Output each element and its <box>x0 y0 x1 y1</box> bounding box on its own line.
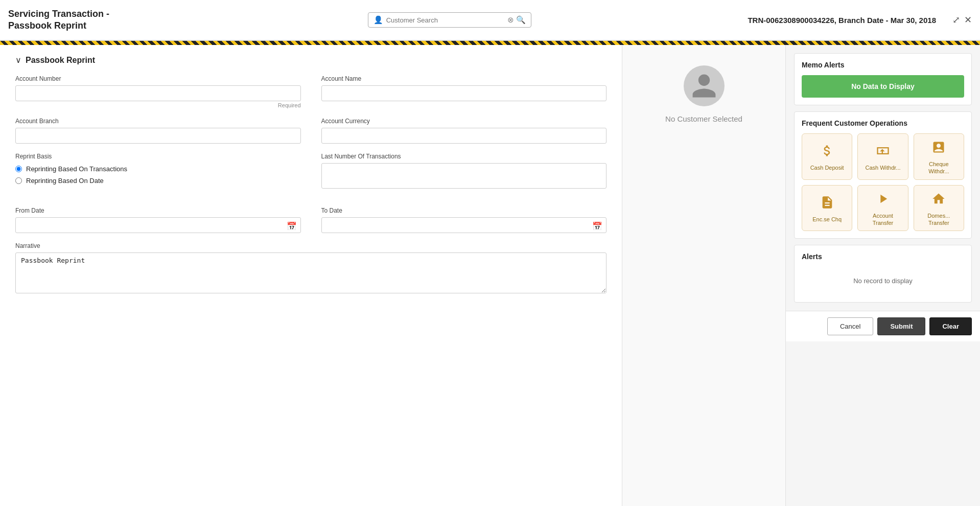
alerts-title: Alerts <box>802 252 964 261</box>
to-date-group: To Date 📅 <box>321 207 607 233</box>
section-header: ∨ Passbook Reprint <box>15 55 606 65</box>
last-transactions-group: Last Number Of Transactions <box>321 153 607 198</box>
radio-date-label: Reprinting Based On Date <box>26 177 104 185</box>
to-date-calendar-icon[interactable]: 📅 <box>592 221 602 231</box>
row-account-info: Account Number Required Account Name <box>15 75 606 108</box>
domestic-transfer-label: Domes... Transfer <box>918 212 960 227</box>
customer-panel: No Customer Selected <box>622 45 786 506</box>
no-customer-label: No Customer Selected <box>665 114 742 123</box>
reprint-basis-section: Reprint Basis Reprinting Based On Transa… <box>15 153 301 189</box>
resize-icon[interactable]: ⤢ <box>952 14 960 26</box>
freq-ops-section: Frequent Customer Operations Cash Deposi… <box>794 111 972 239</box>
account-branch-input[interactable] <box>15 128 301 144</box>
section-title: Passbook Reprint <box>26 56 95 65</box>
window-controls: ⤢ ✕ <box>952 14 972 26</box>
title-section: Servicing Transaction - Passbook Reprint <box>8 8 151 32</box>
memo-alerts-section: Memo Alerts No Data to Display <box>794 53 972 105</box>
cancel-button[interactable]: Cancel <box>827 317 873 335</box>
account-number-label: Account Number <box>15 75 301 82</box>
footer-buttons: Cancel Submit Clear <box>786 311 980 341</box>
account-name-label: Account Name <box>321 75 607 82</box>
op-card-account-transfer[interactable]: Account Transfer <box>857 185 908 232</box>
encash-chq-label: Enc.se Chq <box>812 216 842 223</box>
clear-button[interactable]: Clear <box>929 317 972 335</box>
cash-withdraw-icon <box>876 144 890 161</box>
alerts-section: Alerts No record to display <box>794 245 972 303</box>
op-card-encash-chq[interactable]: Enc.se Chq <box>802 185 852 232</box>
op-card-cash-withdraw[interactable]: Cash Withdr... <box>857 133 908 180</box>
right-sidebar: Memo Alerts No Data to Display Frequent … <box>786 45 980 311</box>
account-number-group: Account Number Required <box>15 75 301 108</box>
cash-deposit-label: Cash Deposit <box>810 164 844 171</box>
cheque-withdraw-label: Cheque Withdr... <box>918 160 960 175</box>
account-currency-label: Account Currency <box>321 118 607 125</box>
stripe-band <box>0 41 980 45</box>
cheque-withdraw-icon <box>931 140 946 157</box>
search-section: 👤 ⊗ 🔍 <box>151 12 748 28</box>
domestic-transfer-icon <box>931 192 946 209</box>
account-branch-group: Account Branch <box>15 118 301 144</box>
account-transfer-icon <box>876 192 890 209</box>
search-icon[interactable]: 🔍 <box>516 15 526 25</box>
page-title: Servicing Transaction - Passbook Reprint <box>8 8 151 32</box>
sidebar-and-footer: Memo Alerts No Data to Display Frequent … <box>786 45 980 506</box>
narrative-input[interactable]: Passbook Reprint <box>15 252 606 293</box>
main-container: ∨ Passbook Reprint Account Number Requir… <box>0 45 980 506</box>
from-date-group: From Date 📅 <box>15 207 301 233</box>
avatar <box>684 65 725 106</box>
from-date-label: From Date <box>15 207 301 214</box>
person-icon: 👤 <box>374 15 383 25</box>
close-icon[interactable]: ✕ <box>964 14 972 26</box>
account-currency-group: Account Currency <box>321 118 607 144</box>
submit-button[interactable]: Submit <box>877 317 925 335</box>
cash-withdraw-label: Cash Withdr... <box>865 164 900 171</box>
customer-search-box[interactable]: 👤 ⊗ 🔍 <box>368 12 531 28</box>
account-name-group: Account Name <box>321 75 607 108</box>
customer-search-input[interactable] <box>386 16 505 24</box>
op-card-cheque-withdraw[interactable]: Cheque Withdr... <box>914 133 964 180</box>
row-dates: From Date 📅 To Date 📅 <box>15 207 606 233</box>
collapse-chevron[interactable]: ∨ <box>15 55 21 65</box>
form-area: ∨ Passbook Reprint Account Number Requir… <box>0 45 622 506</box>
title-bar: Servicing Transaction - Passbook Reprint… <box>0 0 980 41</box>
no-data-button[interactable]: No Data to Display <box>802 75 964 98</box>
op-card-cash-deposit[interactable]: Cash Deposit <box>802 133 852 180</box>
op-card-domestic-transfer[interactable]: Domes... Transfer <box>914 185 964 232</box>
to-date-label: To Date <box>321 207 607 214</box>
last-transactions-input[interactable] <box>321 163 607 189</box>
title-right: TRN-0062308900034226, Branch Date - Mar … <box>748 14 972 26</box>
radio-date-input[interactable] <box>15 177 22 184</box>
memo-alerts-title: Memo Alerts <box>802 61 964 69</box>
radio-transactions[interactable]: Reprinting Based On Transactions <box>15 165 301 173</box>
cash-deposit-icon <box>820 144 834 161</box>
narrative-group: Narrative Passbook Reprint <box>15 242 606 295</box>
account-name-input[interactable] <box>321 85 607 101</box>
trn-info: TRN-0062308900034226, Branch Date - Mar … <box>748 16 936 25</box>
from-date-calendar-icon[interactable]: 📅 <box>287 221 297 231</box>
encash-chq-icon <box>820 195 834 213</box>
narrative-label: Narrative <box>15 242 606 249</box>
from-date-input[interactable] <box>15 217 301 233</box>
account-currency-input[interactable] <box>321 128 607 144</box>
clear-search-icon[interactable]: ⊗ <box>507 15 514 25</box>
radio-date[interactable]: Reprinting Based On Date <box>15 177 301 185</box>
radio-transactions-label: Reprinting Based On Transactions <box>26 165 127 173</box>
ops-grid: Cash Deposit Cash Withdr... <box>802 133 964 231</box>
required-hint: Required <box>15 102 301 108</box>
row-branch-currency: Account Branch Account Currency <box>15 118 606 144</box>
reprint-basis-label: Reprint Basis <box>15 153 301 160</box>
account-transfer-label: Account Transfer <box>862 212 903 227</box>
radio-transactions-input[interactable] <box>15 166 22 172</box>
to-date-input[interactable] <box>321 217 607 233</box>
avatar-icon <box>690 72 718 100</box>
freq-ops-title: Frequent Customer Operations <box>802 119 964 127</box>
account-branch-label: Account Branch <box>15 118 301 125</box>
no-record-label: No record to display <box>802 267 964 295</box>
row-reprint-basis: Reprint Basis Reprinting Based On Transa… <box>15 153 606 198</box>
last-transactions-label: Last Number Of Transactions <box>321 153 607 160</box>
account-number-input[interactable] <box>15 85 301 101</box>
